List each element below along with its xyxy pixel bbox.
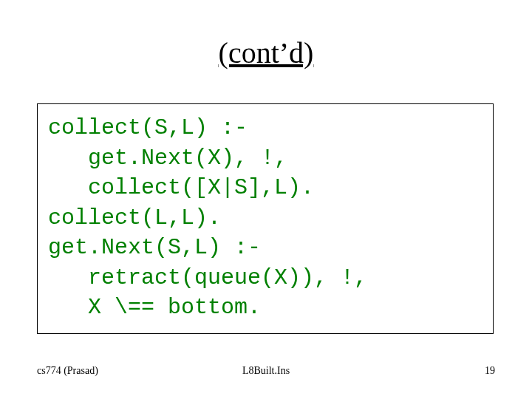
footer-left: cs774 (Prasad) bbox=[37, 365, 190, 377]
code-line: get.Next(X), !, bbox=[48, 143, 482, 174]
slide-title: (cont’d) bbox=[0, 35, 532, 70]
code-line: X \== bottom. bbox=[48, 293, 482, 323]
code-line: collect(L,L). bbox=[48, 203, 482, 233]
code-line: get.Next(S,L) :- bbox=[48, 233, 482, 263]
footer-center: L8Built.Ins bbox=[190, 365, 343, 377]
code-line: collect(S,L) :- bbox=[48, 113, 482, 143]
page-number: 19 bbox=[342, 365, 495, 377]
code-box: collect(S,L) :- get.Next(X), !, collect(… bbox=[37, 103, 494, 334]
slide: (cont’d) collect(S,L) :- get.Next(X), !,… bbox=[0, 0, 532, 399]
code-line: retract(queue(X)), !, bbox=[48, 263, 482, 293]
code-line: collect([X|S],L). bbox=[48, 173, 482, 203]
footer: cs774 (Prasad) L8Built.Ins 19 bbox=[37, 365, 495, 377]
